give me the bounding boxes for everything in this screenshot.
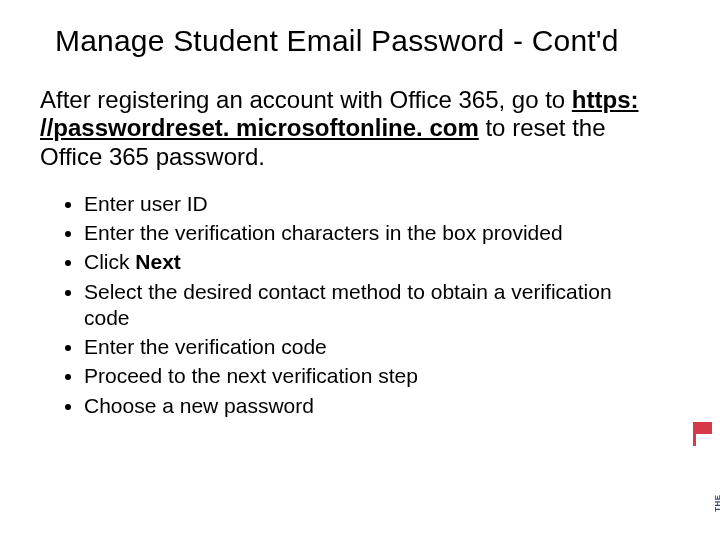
graduate-center-logo: THE GRADUATE CENTER CITY UNIVERSITY OF N… [676,422,714,522]
list-item: Enter the verification code [84,334,640,360]
slide: Manage Student Email Password - Cont'd A… [0,0,720,540]
list-item: Enter the verification characters in the… [84,220,640,246]
list-item: Enter user ID [84,191,640,217]
list-item: Choose a new password [84,393,640,419]
logo-line: THE [713,495,720,512]
steps-list: Enter user ID Enter the verification cha… [62,191,640,419]
intro-paragraph: After registering an account with Office… [40,86,670,171]
list-item: Select the desired contact method to obt… [84,279,640,332]
intro-pre: After registering an account with Office… [40,86,572,113]
list-item-pre: Click [84,250,135,273]
list-item-bold: Next [135,250,181,273]
flag-icon [696,422,712,434]
logo-text: THE GRADUATE CENTER CITY UNIVERSITY OF N… [714,432,720,512]
list-item: Click Next [84,249,640,275]
list-item: Proceed to the next verification step [84,363,640,389]
slide-title: Manage Student Email Password - Cont'd [55,24,680,58]
